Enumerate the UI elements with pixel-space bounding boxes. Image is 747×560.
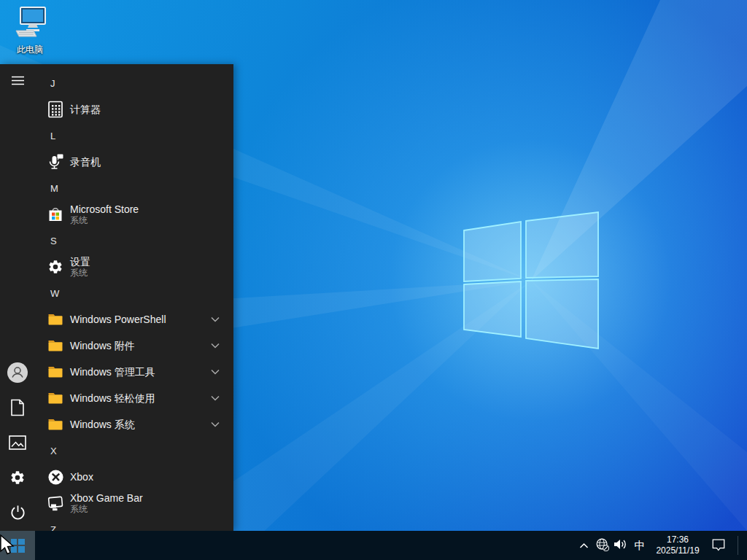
app-item-计算器[interactable]: 计算器: [35, 96, 233, 122]
globe-no-internet-icon: [595, 537, 609, 553]
app-name: 计算器: [70, 104, 101, 115]
chevron-up-icon: [579, 540, 589, 551]
app-name: Windows 轻松使用: [70, 392, 155, 404]
xbox-icon: [47, 468, 64, 486]
section-letter-X[interactable]: X: [35, 438, 233, 464]
folder-icon: [47, 389, 64, 407]
app-name: Windows 管理工具: [70, 366, 155, 378]
chevron-down-icon[interactable]: [211, 395, 220, 401]
power-icon: [10, 505, 26, 523]
user-icon: [7, 362, 28, 386]
xbox-game-bar-icon: [47, 494, 64, 512]
section-letter-label: Z: [50, 524, 56, 532]
app-name: Microsoft Store: [70, 203, 139, 215]
app-subtitle: 系统: [70, 268, 90, 278]
desktop-icon-this-pc[interactable]: 此电脑: [3, 6, 57, 56]
app-item-设置[interactable]: 设置系统: [35, 254, 233, 280]
section-letter-M[interactable]: M: [35, 175, 233, 201]
action-center-button[interactable]: [705, 531, 732, 560]
tray-clock-button[interactable]: 17:36 2025/11/19: [650, 531, 705, 560]
settings-icon: [9, 470, 26, 488]
rail-user-button[interactable]: [0, 356, 35, 391]
tray-network-button[interactable]: [593, 531, 611, 560]
folder-icon: [47, 363, 64, 381]
app-item-xbox[interactable]: Xbox: [35, 464, 233, 490]
start-menu-app-list: J计算器L录音机MMicrosoft Store系统S设置系统WWindows …: [35, 64, 233, 531]
folder-icon: [47, 337, 64, 354]
section-letter-label: L: [50, 131, 55, 141]
tray-date: 2025/11/19: [656, 545, 699, 556]
app-item-windows-附件[interactable]: Windows 附件: [35, 332, 233, 359]
taskbar: 中 17:36 2025/11/19: [0, 531, 747, 560]
app-subtitle: 系统: [70, 215, 139, 225]
app-item-windows-轻松使用[interactable]: Windows 轻松使用: [35, 385, 233, 411]
tray-time: 17:36: [667, 534, 689, 545]
section-letter-label: M: [50, 183, 58, 194]
start-button[interactable]: [0, 531, 35, 560]
pictures-icon: [9, 435, 26, 452]
microsoft-store-icon: [47, 206, 64, 223]
voice-recorder-icon: [47, 153, 64, 171]
section-letter-L[interactable]: L: [35, 122, 233, 149]
chevron-down-icon[interactable]: [211, 421, 220, 427]
app-name: Windows 系统: [70, 419, 135, 430]
app-item-录音机[interactable]: 录音机: [35, 149, 233, 175]
folder-icon: [47, 311, 64, 328]
hamburger-icon: [12, 76, 24, 88]
app-name: 录音机: [70, 156, 101, 168]
chevron-down-icon[interactable]: [211, 343, 220, 349]
show-desktop-button[interactable]: [738, 531, 747, 560]
app-name: 设置: [70, 256, 90, 268]
speaker-icon: [614, 538, 627, 553]
desktop-icon-label: 此电脑: [17, 44, 43, 56]
tray-volume-button[interactable]: [611, 531, 630, 560]
rail-settings-button[interactable]: [0, 461, 35, 496]
app-item-windows-管理工具[interactable]: Windows 管理工具: [35, 359, 233, 385]
section-letter-label: S: [50, 236, 57, 246]
folder-icon: [47, 416, 64, 433]
section-letter-label: W: [50, 288, 59, 299]
desktop-wallpaper: 此电脑 J计算器L录音机MMicrosoft Store系统S设置系统WWind…: [0, 0, 747, 560]
settings-app-icon: [47, 258, 64, 276]
app-item-microsoft-store[interactable]: Microsoft Store系统: [35, 201, 233, 228]
app-item-windows-powershell[interactable]: Windows PowerShell: [35, 306, 233, 332]
section-letter-W[interactable]: W: [35, 280, 233, 306]
rail-power-button[interactable]: [0, 496, 35, 531]
windows-logo-icon: [11, 539, 25, 553]
documents-icon: [10, 399, 25, 419]
section-letter-S[interactable]: S: [35, 228, 233, 254]
section-letter-J[interactable]: J: [35, 70, 233, 96]
app-name: Windows PowerShell: [70, 314, 166, 325]
action-center-icon: [711, 537, 726, 554]
chevron-down-icon[interactable]: [211, 316, 220, 322]
this-pc-icon: [12, 6, 48, 42]
app-name: Xbox Game Bar: [70, 492, 143, 504]
app-subtitle: 系统: [70, 504, 143, 514]
chevron-down-icon[interactable]: [211, 369, 220, 375]
app-item-windows-系统[interactable]: Windows 系统: [35, 411, 233, 438]
section-letter-label: X: [50, 446, 57, 456]
app-name: Windows 附件: [70, 340, 135, 351]
system-tray: 中 17:36 2025/11/19: [574, 531, 747, 560]
section-letter-label: J: [50, 78, 55, 89]
rail-bottom-group: [0, 356, 35, 531]
rail-pictures-button[interactable]: [0, 426, 35, 461]
start-menu-rail: [0, 64, 35, 531]
calculator-icon: [47, 101, 64, 118]
app-name: Xbox: [70, 471, 93, 483]
tray-show-hidden-icons-button[interactable]: [574, 531, 593, 560]
section-letter-Z[interactable]: Z: [35, 516, 233, 531]
start-menu: J计算器L录音机MMicrosoft Store系统S设置系统WWindows …: [0, 64, 233, 531]
tray-ime-button[interactable]: 中: [630, 531, 650, 560]
app-item-xbox-game-bar[interactable]: Xbox Game Bar系统: [35, 490, 233, 516]
expand-menu-button[interactable]: [0, 64, 35, 99]
rail-documents-button[interactable]: [0, 391, 35, 426]
